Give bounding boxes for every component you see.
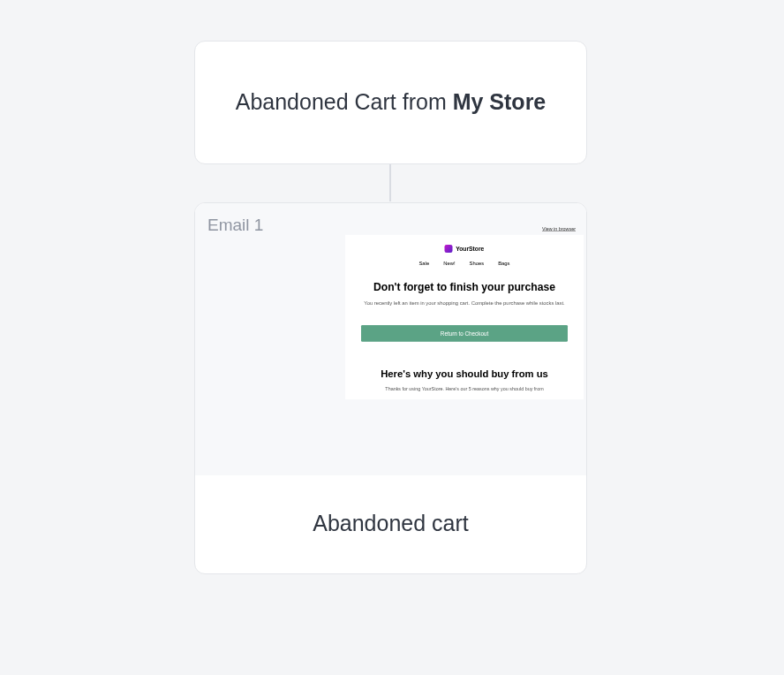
email-nav-item: Bags xyxy=(498,261,509,267)
store-logo-icon xyxy=(445,245,453,253)
email-step-footer: Abandoned cart xyxy=(195,475,586,573)
email-step-badge: Email 1 xyxy=(207,216,263,235)
email-subtext: You recently left an item in your shoppi… xyxy=(361,300,568,307)
return-to-checkout-button: Return to Checkout xyxy=(361,325,568,342)
email-nav-item: Sale xyxy=(418,261,429,267)
title-prefix-text: Abandoned Cart from xyxy=(236,89,453,114)
email-nav: Sale New! Shoes Bags xyxy=(361,261,568,267)
email-headline: Don't forget to finish your purchase xyxy=(361,281,568,294)
email-subtext-2: Thanks for using YourStore. Here's our 5… xyxy=(361,386,568,391)
email-step-title: Abandoned cart xyxy=(213,511,569,536)
email-preview-content: View in browser YourStore Sale New! Shoe… xyxy=(345,225,584,399)
automation-canvas: Abandoned Cart from My Store Email 1 Vie… xyxy=(0,0,784,675)
workflow-start-card[interactable]: Abandoned Cart from My Store xyxy=(194,41,587,164)
connector-line xyxy=(389,164,391,201)
store-name-text: YourStore xyxy=(456,246,484,253)
email-brand: YourStore xyxy=(361,245,568,253)
email-nav-item: Shoes xyxy=(470,261,485,267)
title-store-name: My Store xyxy=(453,89,547,114)
email-nav-item: New! xyxy=(443,261,455,267)
email-preview-pane: Email 1 View in browser YourStore Sale N… xyxy=(195,203,586,475)
email-headline-2: Here's why you should buy from us xyxy=(361,368,568,380)
view-in-browser-link: View in browser xyxy=(345,225,584,235)
email-step-card[interactable]: Email 1 View in browser YourStore Sale N… xyxy=(194,202,587,574)
workflow-start-title: Abandoned Cart from My Store xyxy=(236,87,547,118)
